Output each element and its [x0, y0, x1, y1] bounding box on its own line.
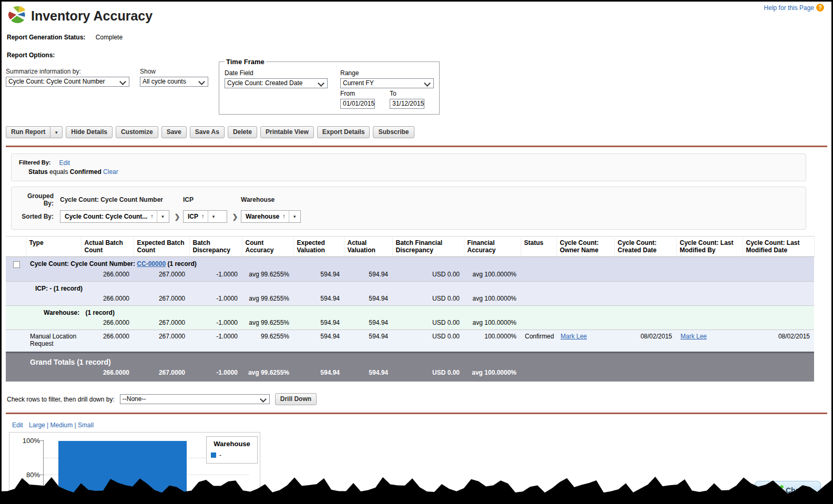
legend-series-label: - — [219, 451, 221, 459]
last-modified-by-link[interactable]: Mark Lee — [680, 333, 707, 340]
group2-subtotal-row: 266.0000 267.0000 -1.0000 avg 99.6255% 5… — [6, 293, 814, 306]
chevron-down-icon: ▼ — [160, 214, 165, 219]
help-icon[interactable]: ? — [816, 4, 824, 12]
col-header-last-modified-by: Cycle Count: Last Modified By — [676, 236, 743, 257]
range-label: Range — [340, 69, 434, 77]
col-header-expected-batch-count: Expected Batch Count — [134, 236, 189, 257]
filter-value: Confirmed — [70, 168, 101, 176]
detail-actual-batch-count: 266.0000 — [81, 330, 134, 353]
drill-down-button[interactable]: Drill Down — [275, 393, 317, 405]
page-title: Inventory Accuracy — [31, 8, 153, 24]
date-field-label: Date Field — [225, 69, 328, 77]
sort-menu-button[interactable]: ▼ — [157, 211, 168, 222]
chart-size-medium-link[interactable]: Medium — [50, 421, 73, 429]
to-label: To — [390, 90, 424, 97]
save-button[interactable]: Save — [161, 126, 187, 138]
save-as-button[interactable]: Save As — [190, 126, 225, 138]
grand-totals-title-row: Grand Totals (1 record) — [6, 353, 814, 368]
detail-financial-accuracy: 100.0000% — [464, 330, 521, 353]
subscribe-button[interactable]: Subscribe — [373, 126, 414, 138]
show-select[interactable]: All cycle counts — [140, 77, 208, 87]
range-select[interactable]: Current FY — [340, 78, 434, 88]
report-options-label: Report Options: — [2, 41, 831, 59]
group3-record-count: (1 record) — [82, 309, 115, 316]
grand-totals-title: Grand Totals (1 record) — [26, 353, 814, 368]
report-generation-status-value: Complete — [87, 34, 123, 41]
chart-edit-link[interactable]: Edit — [12, 421, 23, 429]
group2-label: ICP: - — [35, 285, 52, 292]
group-name-3: Warehouse — [241, 196, 303, 203]
detail-row: Manual Location Request 266.0000 267.000… — [6, 330, 814, 353]
group1-subtotal-row: 266.0000 267.0000 -1.0000 avg 99.6255% 5… — [6, 269, 814, 282]
time-frame-legend: Time Frame — [225, 58, 266, 66]
col-header-type: Type — [26, 236, 81, 257]
sort-button-warehouse[interactable]: Warehouse ↑ ▼ — [241, 210, 301, 223]
from-date-input[interactable]: 01/01/2015 — [340, 99, 375, 109]
time-frame-fieldset: Time Frame Date Field Cycle Count: Creat… — [219, 58, 440, 115]
online-status-dot — [779, 485, 784, 489]
date-field-select[interactable]: Cycle Count: Created Date — [225, 78, 328, 88]
filter-edit-link[interactable]: Edit — [59, 159, 70, 167]
sort-button-cycle-count[interactable]: Cycle Count: Cycle Count... ↑ ▼ — [60, 210, 169, 223]
subtotal-expected-valuation: 594.94 — [293, 269, 344, 282]
summarize-by-select[interactable]: Cycle Count: Cycle Count Number — [6, 77, 129, 87]
report-page: Help for this Page ? Inventory Accuracy … — [0, 0, 833, 504]
chat-icon — [774, 487, 782, 493]
col-header-batch-financial-discrepancy: Batch Financial Discrepancy — [392, 236, 464, 257]
sort-menu-button[interactable]: ▼ — [289, 211, 300, 222]
table-header-row: Type Actual Batch Count Expected Batch C… — [6, 236, 814, 257]
group-separator-icon: ❯ — [171, 213, 183, 221]
chart-y-axis — [43, 440, 44, 504]
group1-record-count: (1 record) — [167, 260, 196, 268]
subtotal-actual-batch-count: 266.0000 — [81, 269, 134, 282]
help-for-page-link[interactable]: Help for this Page — [764, 4, 814, 12]
cycle-count-link[interactable]: CC-00000 — [137, 260, 166, 268]
group-row-checkbox[interactable] — [13, 261, 20, 268]
delete-button[interactable]: Delete — [228, 126, 257, 138]
subtotal-actual-valuation: 594.94 — [344, 269, 392, 282]
to-date-input[interactable]: 31/12/2015 — [390, 99, 424, 109]
col-header-created-date: Cycle Count: Created Date — [614, 236, 676, 257]
subtotal-financial-accuracy: avg 100.0000% — [464, 269, 521, 282]
col-header-actual-batch-count: Actual Batch Count — [81, 236, 134, 257]
chevron-down-icon: ▼ — [54, 130, 58, 135]
chat-widget-tab[interactable]: Chat — [755, 481, 821, 499]
drilldown-select[interactable]: --None-- — [120, 394, 270, 404]
sort-asc-icon: ↑ — [281, 211, 289, 222]
printable-view-button[interactable]: Printable View — [260, 126, 314, 138]
chevron-down-icon: ▼ — [211, 214, 216, 219]
export-details-button[interactable]: Export Details — [317, 126, 370, 138]
section-divider-top — [6, 146, 827, 147]
chat-label: Chat — [786, 486, 802, 495]
group-row-icp: ICP: - (1 record) — [6, 282, 814, 294]
from-label: From — [340, 90, 375, 97]
group1-label: Cycle Count: Cycle Count Number: — [30, 260, 135, 268]
customize-button[interactable]: Customize — [116, 126, 158, 138]
sort-menu-button[interactable]: ▼ — [208, 211, 219, 222]
chart-size-small-link[interactable]: Small — [78, 421, 94, 429]
chevron-down-icon: ▼ — [292, 214, 297, 219]
col-header-count-accuracy: Count Accuracy — [242, 236, 293, 257]
run-report-menu-button[interactable]: ▼ — [50, 126, 63, 138]
owner-name-link[interactable]: Mark Lee — [561, 333, 587, 340]
run-report-button[interactable]: Run Report — [6, 126, 50, 138]
detail-status: Confirmed — [521, 330, 556, 353]
group3-label: Warehouse: — [44, 309, 79, 316]
report-icon — [7, 6, 27, 26]
legend-title: Warehouse — [211, 440, 253, 448]
report-chart: Average Count Accuracy 100% 80% 60% 40% … — [9, 432, 260, 504]
detail-actual-valuation: 594.94 — [344, 330, 392, 353]
group-name-1: Cycle Count: Cycle Count Number — [60, 196, 171, 203]
group-separator-icon: ❯ — [229, 213, 241, 221]
filter-clear-link[interactable]: Clear — [103, 168, 118, 176]
grouped-by-label: Grouped By: — [19, 192, 60, 207]
chart-bar[interactable] — [58, 441, 187, 504]
chart-size-large-link[interactable]: Large — [29, 421, 45, 429]
group2-record-count: (1 record) — [54, 285, 83, 292]
sort-button-icp[interactable]: ICP ↑ ▼ — [183, 210, 227, 223]
col-header-status: Status — [521, 236, 556, 257]
detail-count-accuracy: 99.6255% — [242, 330, 293, 353]
chart-y-axis-label: Average Count Accuracy — [14, 487, 21, 504]
subtotal-count-accuracy: avg 99.6255% — [242, 269, 293, 282]
hide-details-button[interactable]: Hide Details — [66, 126, 113, 138]
